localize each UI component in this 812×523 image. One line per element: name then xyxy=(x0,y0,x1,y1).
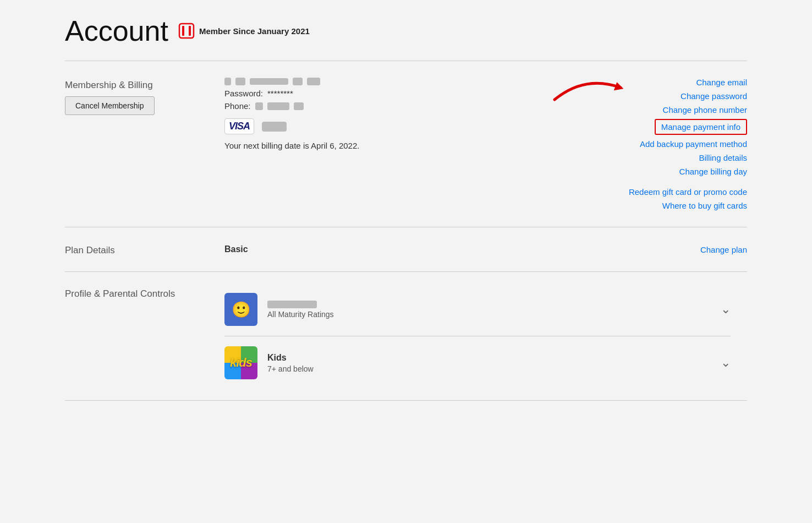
email-blur-2 xyxy=(235,78,245,85)
card-blur xyxy=(262,122,287,132)
membership-section: Membership & Billing Cancel Membership P… xyxy=(65,61,747,227)
page-title: Account xyxy=(65,17,168,45)
cancel-membership-button[interactable]: Cancel Membership xyxy=(65,96,155,115)
membership-content: Password: ******** Phone: VISA Your next… xyxy=(224,78,612,210)
profile-chevron-2[interactable]: ⌄ xyxy=(721,356,731,370)
change-phone-link[interactable]: Change phone number xyxy=(663,105,747,115)
phone-blur-1 xyxy=(255,102,263,110)
add-backup-link[interactable]: Add backup payment method xyxy=(640,139,747,149)
plan-name: Basic xyxy=(224,244,684,254)
email-blur-5 xyxy=(307,78,320,85)
profile-section: Profile & Parental Controls 🙂 All Maturi… xyxy=(65,272,747,401)
password-value: ******** xyxy=(267,89,293,98)
svg-rect-0 xyxy=(179,24,194,38)
profile-avatar-1: 🙂 xyxy=(224,293,257,326)
billing-note: Your next billing date is April 6, 2022. xyxy=(224,141,612,150)
profile-chevron-1[interactable]: ⌄ xyxy=(721,302,731,317)
profile-info-2: Kids 7+ and below xyxy=(267,353,711,373)
change-password-link[interactable]: Change password xyxy=(681,91,747,101)
password-label: Password: xyxy=(224,89,263,98)
email-blur-4 xyxy=(293,78,303,85)
visa-logo: VISA xyxy=(224,118,254,134)
plan-section: Plan Details Basic Change plan xyxy=(65,227,747,272)
membership-left: Membership & Billing Cancel Membership xyxy=(65,78,208,210)
profile-section-label: Profile & Parental Controls xyxy=(65,283,208,389)
member-badge: Member Since January 2021 xyxy=(178,23,310,39)
profile-avatar-kids: kids xyxy=(224,346,257,379)
change-billing-day-link[interactable]: Change billing day xyxy=(679,167,747,176)
change-plan-link[interactable]: Change plan xyxy=(700,245,747,254)
email-row xyxy=(224,78,612,85)
profile-name-kids: Kids xyxy=(267,353,711,363)
email-blur-3 xyxy=(250,78,288,85)
profile-maturity-1: All Maturity Ratings xyxy=(267,310,711,319)
svg-rect-2 xyxy=(189,26,191,36)
phone-blur-3 xyxy=(294,102,304,110)
kids-text: kids xyxy=(230,356,252,370)
membership-actions-container: Change email Change password Change phon… xyxy=(629,78,747,210)
profile-info-1: All Maturity Ratings xyxy=(267,301,711,319)
svg-marker-3 xyxy=(612,81,623,90)
page-header: Account Member Since January 2021 xyxy=(65,17,747,45)
change-email-link[interactable]: Change email xyxy=(696,78,747,87)
redeem-gift-link[interactable]: Redeem gift card or promo code xyxy=(629,187,747,197)
svg-rect-1 xyxy=(182,26,184,36)
smiley-icon: 🙂 xyxy=(232,301,251,319)
billing-actions: Change email Change password Change phon… xyxy=(629,78,747,176)
phone-row: Phone: xyxy=(224,101,612,111)
plan-label: Plan Details xyxy=(65,243,208,256)
profile-row-2: kids Kids 7+ and below ⌄ xyxy=(224,336,731,389)
profile-maturity-2: 7+ and below xyxy=(267,364,711,373)
phone-label: Phone: xyxy=(224,101,251,111)
membership-label: Membership & Billing xyxy=(65,78,208,91)
phone-blur-2 xyxy=(267,102,289,110)
netflix-icon xyxy=(178,23,195,39)
gift-section: Redeem gift card or promo code Where to … xyxy=(629,187,747,210)
password-row: Password: ******** xyxy=(224,89,612,98)
member-since-text: Member Since January 2021 xyxy=(199,26,310,36)
page-container: Account Member Since January 2021 Member… xyxy=(43,0,769,417)
profile-list: 🙂 All Maturity Ratings ⌄ kid xyxy=(224,283,731,389)
profile-name-blur-1 xyxy=(267,301,317,308)
where-gift-link[interactable]: Where to buy gift cards xyxy=(662,201,747,210)
visa-area: VISA xyxy=(224,118,612,134)
profile-row-1: 🙂 All Maturity Ratings ⌄ xyxy=(224,283,731,336)
manage-payment-link[interactable]: Manage payment info xyxy=(655,119,747,135)
billing-details-link[interactable]: Billing details xyxy=(699,153,747,162)
email-blur-1 xyxy=(224,78,231,85)
